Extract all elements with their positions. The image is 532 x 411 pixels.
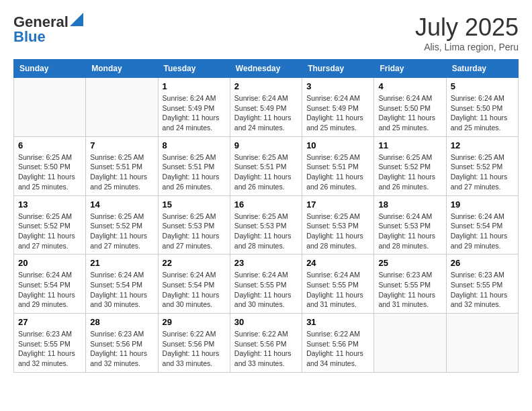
calendar-day-cell: 29Sunrise: 6:22 AM Sunset: 5:56 PM Dayli… (158, 314, 230, 373)
calendar-day-header: Friday (374, 60, 446, 78)
day-detail: Sunrise: 6:24 AM Sunset: 5:54 PM Dayligh… (18, 270, 81, 310)
calendar-week-row: 13Sunrise: 6:25 AM Sunset: 5:52 PM Dayli… (14, 195, 519, 255)
day-number: 18 (378, 199, 441, 210)
day-number: 6 (18, 140, 81, 150)
day-number: 4 (378, 81, 441, 91)
calendar-day-header: Saturday (446, 60, 518, 78)
calendar-day-cell: 8Sunrise: 6:25 AM Sunset: 5:51 PM Daylig… (158, 136, 230, 195)
calendar-day-cell (86, 78, 158, 137)
day-number: 12 (451, 140, 514, 150)
title-block: July 2025 Alis, Lima region, Peru (415, 13, 519, 52)
day-number: 16 (234, 199, 298, 210)
calendar-day-cell: 3Sunrise: 6:24 AM Sunset: 5:49 PM Daylig… (302, 78, 374, 137)
calendar-day-cell (374, 314, 446, 373)
day-number: 10 (306, 140, 369, 150)
day-detail: Sunrise: 6:24 AM Sunset: 5:49 PM Dayligh… (306, 93, 369, 133)
calendar-week-row: 6Sunrise: 6:25 AM Sunset: 5:50 PM Daylig… (14, 136, 519, 195)
calendar-day-header: Monday (86, 60, 158, 78)
day-detail: Sunrise: 6:24 AM Sunset: 5:54 PM Dayligh… (451, 212, 514, 251)
day-detail: Sunrise: 6:25 AM Sunset: 5:53 PM Dayligh… (163, 212, 226, 251)
calendar-day-header: Wednesday (230, 60, 302, 78)
logo-icon (70, 13, 83, 26)
day-number: 17 (306, 199, 369, 210)
calendar-day-cell: 25Sunrise: 6:23 AM Sunset: 5:55 PM Dayli… (374, 255, 446, 314)
day-detail: Sunrise: 6:24 AM Sunset: 5:50 PM Dayligh… (451, 93, 514, 133)
calendar-day-cell: 16Sunrise: 6:25 AM Sunset: 5:53 PM Dayli… (230, 195, 302, 255)
calendar-table: SundayMondayTuesdayWednesdayThursdayFrid… (13, 59, 519, 373)
day-number: 19 (451, 199, 514, 210)
day-number: 21 (90, 258, 153, 268)
calendar-day-cell: 21Sunrise: 6:24 AM Sunset: 5:54 PM Dayli… (86, 255, 158, 314)
day-detail: Sunrise: 6:23 AM Sunset: 5:56 PM Dayligh… (90, 329, 153, 369)
calendar-day-cell: 26Sunrise: 6:23 AM Sunset: 5:55 PM Dayli… (446, 255, 518, 314)
calendar-day-cell: 24Sunrise: 6:24 AM Sunset: 5:55 PM Dayli… (302, 255, 374, 314)
calendar-day-cell: 12Sunrise: 6:25 AM Sunset: 5:52 PM Dayli… (446, 136, 518, 195)
day-detail: Sunrise: 6:24 AM Sunset: 5:53 PM Dayligh… (378, 212, 441, 251)
day-number: 25 (378, 258, 441, 268)
calendar-week-row: 1Sunrise: 6:24 AM Sunset: 5:49 PM Daylig… (14, 78, 519, 137)
day-detail: Sunrise: 6:25 AM Sunset: 5:52 PM Dayligh… (90, 212, 153, 251)
day-detail: Sunrise: 6:24 AM Sunset: 5:54 PM Dayligh… (163, 270, 226, 310)
day-detail: Sunrise: 6:25 AM Sunset: 5:52 PM Dayligh… (18, 212, 81, 251)
day-number: 15 (163, 199, 226, 210)
day-number: 11 (378, 140, 441, 150)
day-number: 29 (163, 317, 226, 327)
day-detail: Sunrise: 6:22 AM Sunset: 5:56 PM Dayligh… (306, 329, 369, 369)
day-detail: Sunrise: 6:25 AM Sunset: 5:51 PM Dayligh… (90, 152, 153, 192)
location-title: Alis, Lima region, Peru (415, 42, 519, 52)
calendar-day-header: Tuesday (158, 60, 230, 78)
calendar-day-cell: 27Sunrise: 6:23 AM Sunset: 5:55 PM Dayli… (14, 314, 86, 373)
day-number: 27 (18, 317, 81, 327)
calendar-day-cell: 6Sunrise: 6:25 AM Sunset: 5:50 PM Daylig… (14, 136, 86, 195)
day-number: 7 (90, 140, 153, 150)
day-number: 23 (234, 258, 298, 268)
day-number: 3 (306, 81, 369, 91)
day-detail: Sunrise: 6:23 AM Sunset: 5:55 PM Dayligh… (378, 270, 441, 310)
page-header: General Blue July 2025 Alis, Lima region… (13, 13, 519, 52)
day-detail: Sunrise: 6:24 AM Sunset: 5:55 PM Dayligh… (306, 270, 369, 310)
svg-marker-0 (70, 13, 83, 26)
day-detail: Sunrise: 6:25 AM Sunset: 5:52 PM Dayligh… (451, 152, 514, 192)
day-number: 31 (306, 317, 369, 327)
calendar-day-cell: 7Sunrise: 6:25 AM Sunset: 5:51 PM Daylig… (86, 136, 158, 195)
day-detail: Sunrise: 6:23 AM Sunset: 5:55 PM Dayligh… (451, 270, 514, 310)
day-detail: Sunrise: 6:24 AM Sunset: 5:54 PM Dayligh… (90, 270, 153, 310)
calendar-day-cell: 9Sunrise: 6:25 AM Sunset: 5:51 PM Daylig… (230, 136, 302, 195)
day-detail: Sunrise: 6:25 AM Sunset: 5:52 PM Dayligh… (378, 152, 441, 192)
day-detail: Sunrise: 6:25 AM Sunset: 5:53 PM Dayligh… (306, 212, 369, 251)
month-title: July 2025 (415, 13, 519, 42)
calendar-day-cell: 28Sunrise: 6:23 AM Sunset: 5:56 PM Dayli… (86, 314, 158, 373)
day-detail: Sunrise: 6:25 AM Sunset: 5:53 PM Dayligh… (234, 212, 298, 251)
day-detail: Sunrise: 6:24 AM Sunset: 5:49 PM Dayligh… (163, 93, 226, 133)
day-number: 5 (451, 81, 514, 91)
day-number: 24 (306, 258, 369, 268)
logo: General Blue (13, 13, 83, 46)
calendar-day-cell: 13Sunrise: 6:25 AM Sunset: 5:52 PM Dayli… (14, 195, 86, 255)
calendar-day-header: Sunday (14, 60, 86, 78)
calendar-day-cell: 30Sunrise: 6:22 AM Sunset: 5:56 PM Dayli… (230, 314, 302, 373)
calendar-week-row: 27Sunrise: 6:23 AM Sunset: 5:55 PM Dayli… (14, 314, 519, 373)
calendar-day-cell: 15Sunrise: 6:25 AM Sunset: 5:53 PM Dayli… (158, 195, 230, 255)
day-detail: Sunrise: 6:24 AM Sunset: 5:49 PM Dayligh… (234, 93, 298, 133)
calendar-day-cell: 5Sunrise: 6:24 AM Sunset: 5:50 PM Daylig… (446, 78, 518, 137)
day-detail: Sunrise: 6:23 AM Sunset: 5:55 PM Dayligh… (18, 329, 81, 369)
calendar-day-cell: 11Sunrise: 6:25 AM Sunset: 5:52 PM Dayli… (374, 136, 446, 195)
calendar-day-cell: 22Sunrise: 6:24 AM Sunset: 5:54 PM Dayli… (158, 255, 230, 314)
calendar-day-cell: 2Sunrise: 6:24 AM Sunset: 5:49 PM Daylig… (230, 78, 302, 137)
calendar-day-cell: 4Sunrise: 6:24 AM Sunset: 5:50 PM Daylig… (374, 78, 446, 137)
day-detail: Sunrise: 6:22 AM Sunset: 5:56 PM Dayligh… (163, 329, 226, 369)
calendar-header-row: SundayMondayTuesdayWednesdayThursdayFrid… (14, 60, 519, 78)
calendar-day-cell: 1Sunrise: 6:24 AM Sunset: 5:49 PM Daylig… (158, 78, 230, 137)
day-detail: Sunrise: 6:25 AM Sunset: 5:51 PM Dayligh… (306, 152, 369, 192)
day-number: 22 (163, 258, 226, 268)
calendar-day-cell (14, 78, 86, 137)
calendar-day-cell (446, 314, 518, 373)
day-detail: Sunrise: 6:24 AM Sunset: 5:55 PM Dayligh… (234, 270, 298, 310)
calendar-day-cell: 23Sunrise: 6:24 AM Sunset: 5:55 PM Dayli… (230, 255, 302, 314)
day-number: 28 (90, 317, 153, 327)
day-detail: Sunrise: 6:25 AM Sunset: 5:51 PM Dayligh… (163, 152, 226, 192)
day-number: 14 (90, 199, 153, 210)
day-detail: Sunrise: 6:25 AM Sunset: 5:51 PM Dayligh… (234, 152, 298, 192)
day-number: 1 (163, 81, 226, 91)
day-number: 26 (451, 258, 514, 268)
